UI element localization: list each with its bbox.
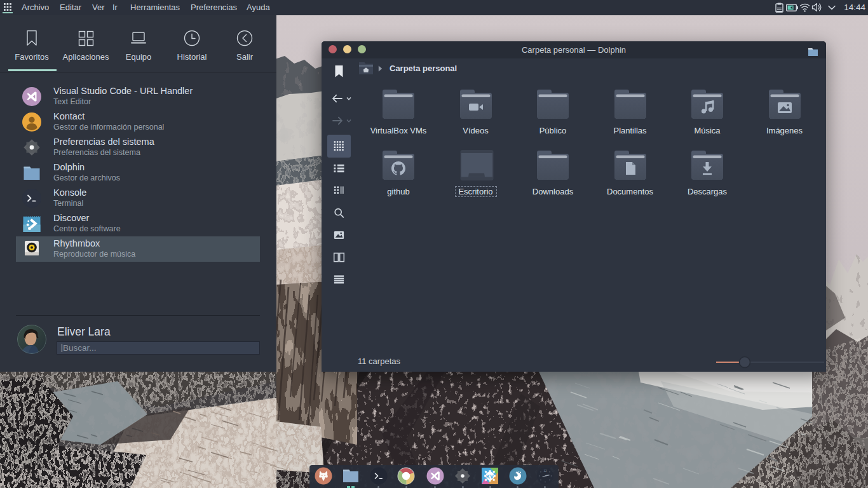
- svg-text:12: 12: [543, 470, 547, 473]
- svg-text:KV: KV: [486, 473, 494, 480]
